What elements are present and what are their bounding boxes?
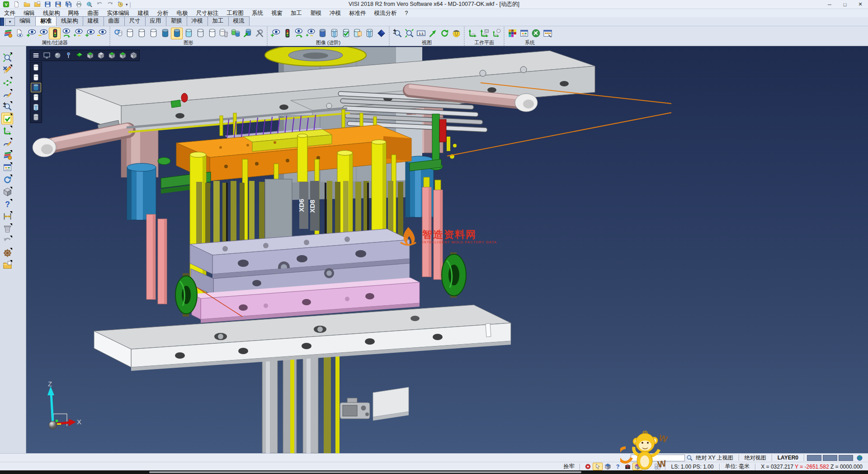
plane-select-tool[interactable] (1, 76, 13, 88)
hide-entities-button[interactable] (37, 28, 49, 39)
menu-item-14[interactable]: 塑模 (306, 9, 326, 17)
tab-10[interactable]: 模流 (228, 16, 250, 26)
view-mode-label[interactable]: 绝对视图 (742, 454, 769, 462)
hide-all-button[interactable] (96, 28, 108, 39)
filter-toggle-button[interactable] (49, 28, 61, 39)
render-solid-button[interactable] (316, 28, 328, 39)
tab-8[interactable]: 冲模 (187, 16, 208, 26)
attributes-tool[interactable] (1, 149, 13, 161)
wcs-tool[interactable] (1, 125, 13, 137)
refresh-view-button[interactable] (439, 28, 450, 39)
shaded-edges-button[interactable] (171, 28, 183, 39)
minimize-button[interactable]: ─ (822, 0, 837, 9)
zoom-1to1-button[interactable] (415, 28, 427, 39)
menu-item-12[interactable]: 视窗 (267, 9, 287, 17)
workplane-entity-button[interactable] (478, 28, 490, 39)
tab-7[interactable]: 塑膜 (166, 16, 187, 26)
invert-visibility-button[interactable] (72, 28, 84, 39)
hidden-line-button[interactable] (136, 28, 147, 39)
pivot-button[interactable] (63, 51, 74, 60)
snap-mode-label[interactable]: 拴牢 (561, 463, 577, 470)
menu-item-18[interactable]: ? (401, 10, 412, 16)
sketch-tool[interactable] (1, 137, 13, 149)
save-all-button[interactable] (64, 0, 73, 8)
zoom-extents-button[interactable] (427, 28, 439, 39)
render-striped-button[interactable] (328, 28, 340, 39)
quick-access-dropdown[interactable]: ▾ (125, 2, 129, 7)
color-palette-button[interactable] (506, 28, 518, 39)
display-wireframe-button[interactable] (31, 63, 41, 72)
workplane-set-button[interactable] (467, 28, 478, 39)
delete-entity-tool[interactable] (1, 64, 13, 76)
wizard-tool[interactable] (1, 247, 13, 259)
tab-3[interactable]: 建模 (83, 16, 104, 26)
units-window-button[interactable] (542, 28, 553, 39)
attribute-viewer-button[interactable] (14, 28, 25, 39)
show-entities-button[interactable] (25, 28, 37, 39)
system-window-button[interactable] (518, 28, 530, 39)
menu-item-11[interactable]: 系统 (248, 9, 267, 17)
layer-color-swatch-1[interactable] (807, 455, 821, 461)
print-button[interactable] (74, 0, 83, 8)
redo-button[interactable] (105, 0, 114, 8)
tab-4[interactable]: 曲面 (104, 16, 125, 26)
wireframe-solid-button[interactable] (124, 28, 136, 39)
regen-tool[interactable] (1, 174, 13, 185)
tab-1[interactable]: 标准 (35, 16, 57, 26)
maximize-button[interactable]: □ (837, 0, 853, 9)
help-tool[interactable] (1, 198, 13, 210)
compare-solids-button[interactable] (230, 28, 241, 39)
record-macro-button[interactable] (583, 463, 593, 470)
layers-window-tool[interactable] (1, 161, 13, 173)
validate-solid-button[interactable] (340, 28, 352, 39)
display-flat-button[interactable] (31, 93, 41, 102)
full-screen-button[interactable] (42, 51, 52, 60)
front-view-button[interactable] (96, 51, 106, 60)
display-shaded-button[interactable] (31, 83, 41, 92)
adv-show-button[interactable] (269, 28, 281, 39)
context-help-button[interactable] (613, 463, 623, 470)
menu-item-2[interactable]: 线架构 (39, 9, 64, 17)
tab-0[interactable]: 编辑 (14, 16, 36, 26)
adv-filter-button[interactable] (281, 28, 293, 39)
adv-refresh-button[interactable] (293, 28, 305, 39)
tab-2[interactable]: 线架构 (56, 16, 83, 26)
transparent-button[interactable] (183, 28, 194, 39)
active-layer-label[interactable]: LAYER0 (775, 455, 801, 461)
modify-attributes-button[interactable] (2, 28, 14, 39)
pick-mode-button[interactable] (593, 463, 603, 470)
menu-item-9[interactable]: 尺寸标注 (192, 9, 223, 17)
refresh-visibility-button[interactable] (61, 28, 72, 39)
file-manager-tool[interactable] (1, 259, 13, 271)
regen-solid-button[interactable] (112, 28, 124, 39)
convert-solid-button[interactable] (241, 28, 253, 39)
menu-item-7[interactable]: 分析 (153, 9, 173, 17)
menu-item-8[interactable]: 电极 (173, 9, 192, 17)
menu-item-13[interactable]: 加工 (287, 9, 306, 17)
measure-tool[interactable] (1, 210, 13, 222)
open-copy-button[interactable] (33, 0, 42, 8)
globe-icon[interactable] (854, 454, 864, 462)
save-button[interactable] (43, 0, 52, 8)
menu-item-10[interactable]: 工程图 (223, 9, 248, 17)
tab-dropdown-button[interactable]: ▼ (5, 18, 15, 26)
section-solid-button[interactable] (363, 28, 375, 39)
tab-5[interactable]: 尺寸 (124, 16, 146, 26)
view-orient-button[interactable] (450, 28, 462, 39)
left-view-button[interactable] (107, 51, 117, 60)
display-hidden-button[interactable] (31, 73, 41, 82)
new-file-button[interactable] (12, 0, 21, 8)
view-menu-button[interactable] (31, 51, 41, 60)
layer-color-swatch-2[interactable] (823, 455, 837, 461)
tab-6[interactable]: 应用 (145, 16, 166, 26)
flat-button[interactable] (194, 28, 206, 39)
solid-report-button[interactable] (352, 28, 363, 39)
undo-button[interactable] (95, 0, 104, 8)
right-view-button[interactable] (118, 51, 128, 60)
visi-logo[interactable] (1, 0, 10, 8)
top-view-button[interactable] (74, 51, 85, 60)
eraser-button[interactable] (603, 463, 613, 470)
delete-all-tool[interactable] (1, 223, 13, 234)
iso-view-button[interactable] (85, 51, 95, 60)
menu-item-6[interactable]: 建模 (134, 9, 153, 17)
